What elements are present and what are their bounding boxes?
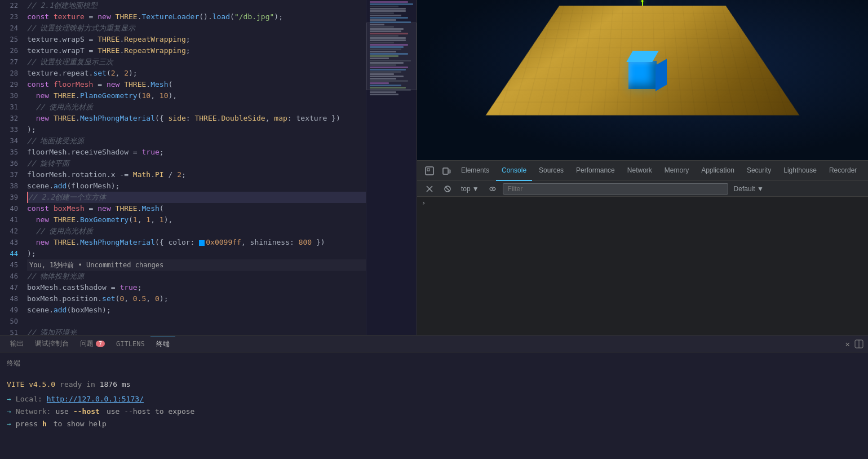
local-url-line: → Local: http://127.0.0.1:5173/ xyxy=(7,393,861,405)
gitlens-tab-label: GITLENS xyxy=(116,340,145,348)
network-arrow-icon: → xyxy=(7,405,11,418)
code-line-45: // 物体投射光源 xyxy=(27,271,366,282)
eye-icon[interactable] xyxy=(485,181,501,197)
device-toolbar-icon[interactable] xyxy=(439,163,454,179)
tab-recorder[interactable]: Recorder xyxy=(823,161,862,181)
tab-debug-console[interactable]: 调试控制台 xyxy=(29,337,74,351)
dont-preserve-log-icon[interactable] xyxy=(440,181,455,197)
browser-panel: Elements Console Sources Performance Net… xyxy=(417,0,868,335)
terminal-title: 终端 xyxy=(7,357,861,369)
code-line-29: const floorMesh = new THREE.Mesh( xyxy=(27,79,366,90)
devtools-tabs: Elements Console Sources Performance Net… xyxy=(417,161,868,181)
tab-memory[interactable]: Memory xyxy=(659,161,694,181)
code-line-23: const texture = new THREE.TextureLoader(… xyxy=(27,11,366,23)
vite-time: 1876 ms xyxy=(100,378,131,391)
blue-cube-3d xyxy=(628,61,657,89)
vite-ready-text: ready in xyxy=(60,378,95,391)
code-line-49 xyxy=(27,316,366,327)
code-line-25: texture.wrapS = THREE.RepeatWrapping; xyxy=(27,34,366,45)
context-selector[interactable]: top ▼ xyxy=(458,184,482,194)
code-line-28: texture.repeat.set(2, 2); xyxy=(27,68,366,79)
local-arrow-icon: → xyxy=(7,393,11,405)
console-filter-input[interactable] xyxy=(503,183,728,195)
network-line: → Network: use --host use --host to expo… xyxy=(7,405,861,418)
code-line-50: // 添加环境光 xyxy=(27,327,366,335)
terminal-tab-label: 终端 xyxy=(156,339,170,349)
tab-performance[interactable]: Performance xyxy=(570,161,621,181)
vite-version-label: VITE v4.5.0 xyxy=(7,378,55,391)
tab-problems[interactable]: 问题 7 xyxy=(74,337,110,351)
main-area: 22 23 24 25 26 27 28 29 30 31 32 33 34 3… xyxy=(0,0,868,335)
code-line-46: boxMesh.castShadow = true; xyxy=(27,282,366,293)
svg-rect-2 xyxy=(443,168,448,174)
code-line-42: // 使用高光材质 xyxy=(27,226,366,237)
code-line-35: floorMesh.receiveShadow = true; xyxy=(27,147,366,158)
code-line-33: ); xyxy=(27,124,366,135)
code-line-40: const boxMesh = new THREE.Mesh( xyxy=(27,203,366,214)
network-label: Network: xyxy=(16,405,51,418)
scene-3d xyxy=(417,0,868,160)
code-line-27: // 设置纹理重复显示三次 xyxy=(27,56,366,68)
svg-rect-1 xyxy=(427,169,429,171)
problems-badge: 7 xyxy=(96,341,105,347)
console-expand-arrow[interactable]: › xyxy=(422,199,863,207)
code-content[interactable]: // 2.1创建地面模型 const texture = new THREE.T… xyxy=(23,0,366,335)
tab-sources[interactable]: Sources xyxy=(533,161,569,181)
tab-network[interactable]: Network xyxy=(622,161,658,181)
svg-rect-3 xyxy=(449,170,450,173)
h-key: h xyxy=(42,418,47,430)
code-line-24: // 设置纹理映射方式为重复显示 xyxy=(27,23,366,34)
code-line-48: scene.add(boxMesh); xyxy=(27,304,366,316)
code-line-22: // 2.1创建地面模型 xyxy=(27,0,366,11)
tab-console[interactable]: Console xyxy=(496,161,532,181)
help-arrow-icon: → xyxy=(7,418,11,430)
tab-gitlens[interactable]: GITLENS xyxy=(110,338,150,350)
split-terminal-icon[interactable] xyxy=(854,339,863,348)
code-line-44: ); xyxy=(27,248,366,259)
problems-tab-label: 问题 xyxy=(80,339,94,348)
context-label: top xyxy=(461,185,471,193)
tab-security[interactable]: Security xyxy=(741,161,777,181)
clear-console-icon[interactable] xyxy=(422,181,437,197)
code-line-32: new THREE.MeshPhongMaterial({ side: THRE… xyxy=(27,113,366,124)
tab-terminal[interactable]: 终端 xyxy=(150,337,175,351)
minimap xyxy=(366,0,417,335)
local-label: Local: xyxy=(16,393,42,405)
devtools-toolbar: top ▼ Default ▼ xyxy=(417,181,868,197)
output-tab-label: 输出 xyxy=(10,339,24,348)
network-host-flag: --host xyxy=(73,405,100,418)
code-line-44-git: You, 1秒钟前 • Uncommitted changes xyxy=(27,259,366,271)
network-use-text: use xyxy=(55,405,68,418)
line-numbers: 22 23 24 25 26 27 28 29 30 31 32 33 34 3… xyxy=(0,0,23,335)
code-line-30: new THREE.PlaneGeometry(10, 10), xyxy=(27,90,366,101)
tab-lighthouse[interactable]: Lighthouse xyxy=(778,161,822,181)
tab-application[interactable]: Application xyxy=(696,161,740,181)
terminal-title-label: 终端 xyxy=(7,359,20,367)
help-hint-line: → press h to show help xyxy=(7,418,861,430)
local-url-link[interactable]: http://127.0.0.1:5173/ xyxy=(47,393,144,405)
code-line-31: // 使用高光材质 xyxy=(27,101,366,113)
code-line-41: new THREE.BoxGeometry(1, 1, 1), xyxy=(27,214,366,226)
bottom-panel: 输出 调试控制台 问题 7 GITLENS 终端 ✕ 终端 VITE v4.5.… xyxy=(0,335,868,459)
bottom-tabs: 输出 调试控制台 问题 7 GITLENS 终端 ✕ xyxy=(0,336,868,352)
code-line-34: // 地面接受光源 xyxy=(27,135,366,147)
terminal-content: 终端 VITE v4.5.0 ready in 1876 ms → Local:… xyxy=(0,352,868,459)
code-line-39: // 2.2创建一个立方体 xyxy=(27,192,366,203)
press-text: press xyxy=(16,418,38,430)
context-dropdown-icon: ▼ xyxy=(472,185,479,193)
svg-line-7 xyxy=(445,187,450,191)
panel-close-button[interactable]: ✕ xyxy=(845,339,850,348)
code-lines: 22 23 24 25 26 27 28 29 30 31 32 33 34 3… xyxy=(0,0,417,335)
code-editor: 22 23 24 25 26 27 28 29 30 31 32 33 34 3… xyxy=(0,0,417,335)
tab-output[interactable]: 输出 xyxy=(5,337,29,351)
browser-viewport xyxy=(417,0,868,160)
code-line-36: // 旋转平面 xyxy=(27,158,366,169)
minimap-content xyxy=(366,0,417,335)
help-text: to show help xyxy=(54,418,107,430)
log-level-selector[interactable]: Default ▼ xyxy=(730,184,767,194)
tab-elements[interactable]: Elements xyxy=(455,161,495,181)
light-dot xyxy=(641,0,644,2)
code-line-47: boxMesh.position.set(0, 0.5, 0); xyxy=(27,293,366,304)
inspect-element-icon[interactable] xyxy=(422,163,437,179)
code-line-26: texture.wrapT = THREE.RepeatWrapping; xyxy=(27,45,366,56)
